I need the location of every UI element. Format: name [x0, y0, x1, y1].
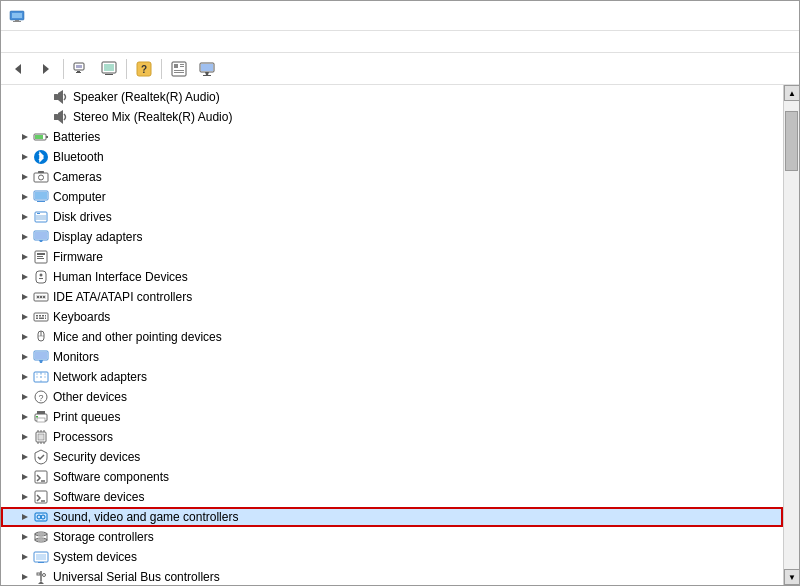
properties-button[interactable]	[166, 56, 192, 82]
tree-item-soundvideo[interactable]: Sound, video and game controllers	[1, 507, 783, 527]
maximize-button[interactable]	[699, 1, 745, 31]
scroll-down-button[interactable]: ▼	[784, 569, 799, 585]
scrollbar[interactable]: ▲ ▼	[783, 85, 799, 585]
tree-item-processors[interactable]: Processors	[1, 427, 783, 447]
tree-item-mice[interactable]: Mice and other pointing devices	[1, 327, 783, 347]
tree-item-networkadapters[interactable]: Network adapters	[1, 367, 783, 387]
expand-btn-firmware[interactable]	[17, 249, 33, 265]
expand-btn-keyboards[interactable]	[17, 309, 33, 325]
tree-item-ide[interactable]: IDE ATA/ATAPI controllers	[1, 287, 783, 307]
expand-btn-softwarecomponents[interactable]	[17, 469, 33, 485]
tree-item-stereomix[interactable]: Stereo Mix (Realtek(R) Audio)	[1, 107, 783, 127]
scroll-up-button[interactable]: ▲	[784, 85, 799, 101]
tree-item-hid[interactable]: Human Interface Devices	[1, 267, 783, 287]
tree-item-batteries[interactable]: Batteries	[1, 127, 783, 147]
expand-btn-systemdevices[interactable]	[17, 549, 33, 565]
scroll-thumb[interactable]	[785, 111, 798, 171]
tree-item-securitydevices[interactable]: Security devices	[1, 447, 783, 467]
forward-button[interactable]	[33, 56, 59, 82]
item-label-displayadapters: Display adapters	[53, 230, 142, 244]
svg-marker-51	[22, 254, 28, 260]
svg-rect-24	[203, 75, 211, 76]
svg-marker-79	[22, 354, 28, 360]
item-icon-storagecontrollers	[33, 529, 49, 545]
expand-btn-printqueues[interactable]	[17, 409, 33, 425]
expand-btn-cameras[interactable]	[17, 169, 33, 185]
expand-btn-displayadapters[interactable]	[17, 229, 33, 245]
item-label-usb: Universal Serial Bus controllers	[53, 570, 220, 584]
svg-rect-64	[40, 296, 42, 298]
back-button[interactable]	[5, 56, 31, 82]
expand-btn-networkadapters[interactable]	[17, 369, 33, 385]
tree-item-speaker[interactable]: Speaker (Realtek(R) Audio)	[1, 87, 783, 107]
svg-point-37	[39, 175, 44, 180]
tree-item-computer[interactable]: Computer	[1, 187, 783, 207]
expand-btn-hid[interactable]	[17, 269, 33, 285]
tree-item-monitors[interactable]: Monitors	[1, 347, 783, 367]
resources-button[interactable]	[96, 56, 122, 82]
devices-icon	[73, 61, 89, 77]
tree-item-bluetooth[interactable]: Bluetooth	[1, 147, 783, 167]
item-label-speaker: Speaker (Realtek(R) Audio)	[73, 90, 220, 104]
minimize-button[interactable]	[653, 1, 699, 31]
monitor-button[interactable]	[194, 56, 220, 82]
menu-file[interactable]	[5, 31, 21, 53]
expand-btn-securitydevices[interactable]	[17, 449, 33, 465]
menu-help[interactable]	[53, 31, 69, 53]
svg-rect-55	[37, 258, 44, 259]
scroll-track[interactable]	[784, 101, 799, 569]
tree-item-softwaredevices[interactable]: Software devices	[1, 487, 783, 507]
svg-point-111	[37, 515, 41, 519]
tree-item-diskdrives[interactable]: Disk drives	[1, 207, 783, 227]
svg-rect-63	[37, 296, 39, 298]
menu-view[interactable]	[37, 31, 53, 53]
svg-marker-106	[22, 494, 28, 500]
toolbar-separator-1	[63, 59, 64, 79]
expand-btn-soundvideo[interactable]	[17, 509, 33, 525]
tree-item-keyboards[interactable]: Keyboards	[1, 307, 783, 327]
forward-icon	[39, 62, 53, 76]
svg-marker-39	[22, 194, 28, 200]
svg-rect-31	[46, 136, 48, 138]
item-icon-hid	[33, 269, 49, 285]
svg-rect-45	[36, 215, 46, 220]
expand-btn-processors[interactable]	[17, 429, 33, 445]
close-button[interactable]	[745, 1, 791, 31]
svg-marker-47	[22, 234, 28, 240]
svg-rect-42	[37, 201, 45, 202]
tree-panel[interactable]: Speaker (Realtek(R) Audio)Stereo Mix (Re…	[1, 85, 783, 585]
expand-btn-bluetooth[interactable]	[17, 149, 33, 165]
item-icon-softwaredevices	[33, 489, 49, 505]
expand-btn-softwaredevices[interactable]	[17, 489, 33, 505]
expand-btn-batteries[interactable]	[17, 129, 33, 145]
expand-btn-diskdrives[interactable]	[17, 209, 33, 225]
back-icon	[11, 62, 25, 76]
expand-btn-otherdevices[interactable]	[17, 389, 33, 405]
tree-item-systemdevices[interactable]: System devices	[1, 547, 783, 567]
expand-btn-mice[interactable]	[17, 329, 33, 345]
tree-item-printqueues[interactable]: Print queues	[1, 407, 783, 427]
item-icon-displayadapters	[33, 229, 49, 245]
tree-item-firmware[interactable]: Firmware	[1, 247, 783, 267]
item-label-computer: Computer	[53, 190, 106, 204]
expand-btn-monitors[interactable]	[17, 349, 33, 365]
svg-rect-91	[37, 418, 45, 422]
expand-btn-usb[interactable]	[17, 569, 33, 585]
tree-item-softwarecomponents[interactable]: Software components	[1, 467, 783, 487]
tree-item-usb[interactable]: Universal Serial Bus controllers	[1, 567, 783, 585]
item-icon-usb	[33, 569, 49, 585]
expand-btn-ide[interactable]	[17, 289, 33, 305]
svg-rect-49	[35, 232, 47, 239]
expand-btn-storagecontrollers[interactable]	[17, 529, 33, 545]
item-label-bluetooth: Bluetooth	[53, 150, 104, 164]
tree-item-displayadapters[interactable]: Display adapters	[1, 227, 783, 247]
item-icon-ide	[33, 289, 49, 305]
tree-item-cameras[interactable]: Cameras	[1, 167, 783, 187]
help-button[interactable]: ?	[131, 56, 157, 82]
menu-action[interactable]	[21, 31, 37, 53]
tree-item-otherdevices[interactable]: ?Other devices	[1, 387, 783, 407]
tree-item-storagecontrollers[interactable]: Storage controllers	[1, 527, 783, 547]
svg-rect-36	[34, 173, 48, 182]
devices-button[interactable]	[68, 56, 94, 82]
expand-btn-computer[interactable]	[17, 189, 33, 205]
